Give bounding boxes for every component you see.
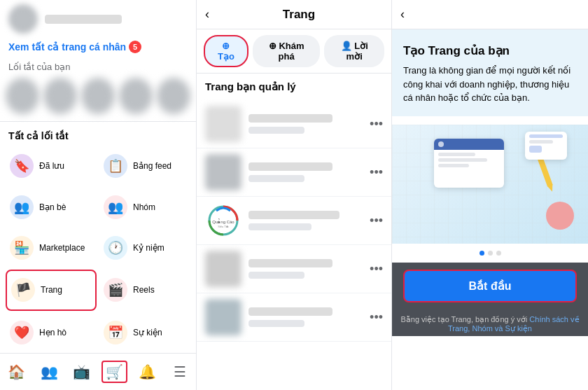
illus-small-line-1 <box>529 134 563 138</box>
tab-create[interactable]: ⊕ Tạo <box>204 35 248 67</box>
profile-row <box>0 0 196 38</box>
events-icon: 📅 <box>104 321 127 344</box>
shortcut-label-hen-ho: Hẹn hò <box>39 328 66 337</box>
nav-home[interactable]: 🏠 <box>0 356 33 387</box>
promo-desc: Trang là không gian để mọi người kết nối… <box>403 64 577 105</box>
illus-circle-pink <box>546 202 574 230</box>
nav-marketplace-bottom[interactable]: 🛒 <box>98 356 131 387</box>
shortcut-bang-feed[interactable]: 📋 Bảng feed <box>99 147 190 185</box>
illus-card-body <box>434 150 504 170</box>
page-info-4 <box>248 259 363 279</box>
nav-notifications[interactable]: 🔔 <box>131 356 164 387</box>
page-item-5[interactable]: ••• <box>197 293 391 342</box>
pages-icon: 🏴 <box>11 278 35 302</box>
dating-icon: ❤️ <box>10 321 34 344</box>
memories-icon: 🕐 <box>104 236 127 260</box>
page-desc-blur-2 <box>248 175 304 182</box>
shortcut-trang[interactable]: 🏴 Trang <box>6 270 97 310</box>
shortcut-avatar-4 <box>119 78 153 114</box>
page-item-2[interactable]: ••• <box>197 148 391 197</box>
policy-text-area: Bằng việc tạo Trang, bạn đồng ý với Chín… <box>392 309 588 336</box>
left-panel: Xem tất cả trang cá nhân 5 Lối tắt của b… <box>0 0 196 390</box>
reels-icon: 🎬 <box>104 278 127 302</box>
middle-panel-title: Trang <box>215 8 383 22</box>
shortcut-label-bang-feed: Bảng feed <box>133 161 172 171</box>
promo-illustration <box>392 125 588 244</box>
tab-explore-label: ⊕ Khám phá <box>261 41 312 62</box>
promo-section: Tạo Trang của bạn Trang là không gian để… <box>392 29 588 116</box>
friends-icon: 👥 <box>10 195 34 219</box>
shortcut-marketplace[interactable]: 🏪 Marketplace <box>6 229 97 267</box>
middle-panel: ‹ Trang ⊕ Tạo ⊕ Khám phá 👤 Lời mời Trang… <box>196 0 392 390</box>
dot-3 <box>496 251 501 256</box>
svg-text:Quảng Cáo: Quảng Cáo <box>212 218 234 224</box>
notification-badge: 5 <box>129 41 141 53</box>
tab-invite[interactable]: 👤 Lời mời <box>324 35 384 67</box>
shortcut-da-luu[interactable]: 🔖 Đã lưu <box>6 147 97 185</box>
groups-icon: 👥 <box>104 195 127 219</box>
page-info-5 <box>248 307 363 327</box>
illus-small-card <box>525 132 567 160</box>
shortcut-nhom[interactable]: 👥 Nhóm <box>99 188 190 225</box>
illus-line-1 <box>438 153 475 156</box>
back-button-middle[interactable]: ‹ <box>205 7 209 22</box>
tab-invite-label: 👤 Lời mời <box>332 41 376 62</box>
shortcut-hen-ho[interactable]: ❤️ Hẹn hò <box>6 314 97 351</box>
back-button-right[interactable]: ‹ <box>400 7 405 22</box>
shortcut-label-reels: Reels <box>133 285 155 295</box>
marketplace-icon: 🏪 <box>10 236 34 260</box>
tab-create-label: ⊕ Tạo <box>214 41 239 62</box>
right-header: ‹ <box>392 0 588 29</box>
nav-friends[interactable]: 👥 <box>33 356 66 387</box>
logo-page-name <box>248 211 340 219</box>
page-desc-blur-1 <box>248 127 304 134</box>
shortcut-reels[interactable]: 🎬 Reels <box>99 270 190 310</box>
illus-line-3 <box>438 164 469 167</box>
shortcut-su-kien[interactable]: 📅 Sự kiện <box>99 314 190 351</box>
logo-page-desc <box>248 223 312 230</box>
promo-title: Tạo Trang của bạn <box>403 43 577 58</box>
shortcut-avatar-1 <box>6 78 39 114</box>
shortcut-label-da-luu: Đã lưu <box>39 161 64 171</box>
managed-pages-title: Trang bạn quản lý <box>197 74 391 97</box>
nav-menu[interactable]: ☰ <box>163 356 196 387</box>
shortcut-ban-be[interactable]: 👥 Bạn bè <box>6 188 97 225</box>
divider <box>0 121 196 122</box>
nav-watch[interactable]: 📺 <box>65 356 98 387</box>
bottom-nav: 🏠 👥 📺 🛒 🔔 ☰ <box>0 353 196 390</box>
page-thumb-5 <box>205 299 241 335</box>
page-name-blur-4 <box>248 259 332 267</box>
page-desc-blur-4 <box>248 272 304 279</box>
see-all-label: Xem tất cả trang cá nhân <box>8 41 126 53</box>
shortcut-ky-niem[interactable]: 🕐 Kỷ niệm <box>99 229 190 267</box>
page-more-icon-4[interactable]: ••• <box>370 262 383 277</box>
page-info-2 <box>248 162 363 182</box>
tabs-row: ⊕ Tạo ⊕ Khám phá 👤 Lời mời <box>197 29 391 74</box>
page-list: ••• ••• Quảng Cáo <box>197 97 391 390</box>
dots-indicator <box>392 244 588 263</box>
illus-card-header <box>434 139 504 150</box>
page-desc-blur-5 <box>248 320 304 327</box>
page-more-icon-5[interactable]: ••• <box>370 310 383 325</box>
start-button[interactable]: Bắt đầu <box>403 270 577 302</box>
policy-prefix: Bằng việc tạo Trang, bạn đồng ý với <box>400 315 527 323</box>
page-more-icon-logo[interactable]: ••• <box>370 214 383 228</box>
shortcut-label-nhom: Nhóm <box>133 202 155 212</box>
page-item-logo[interactable]: Quảng Cáo Siêu Tốc ••• <box>197 197 391 245</box>
shortcut-avatar-5 <box>157 78 190 114</box>
middle-header: ‹ Trang <box>197 0 391 29</box>
shortcuts-section-title: Lối tắt của bạn <box>0 59 196 76</box>
page-name-blur-5 <box>248 307 332 316</box>
page-name-blur-2 <box>248 162 332 171</box>
illus-small-line-2 <box>529 140 553 144</box>
page-item-1[interactable]: ••• <box>197 100 391 148</box>
page-item-4[interactable]: ••• <box>197 245 391 293</box>
see-all-link[interactable]: Xem tất cả trang cá nhân 5 <box>0 38 196 59</box>
page-more-icon-1[interactable]: ••• <box>370 117 383 132</box>
page-more-icon-2[interactable]: ••• <box>370 165 383 180</box>
page-name-blur-1 <box>248 114 332 123</box>
tab-explore[interactable]: ⊕ Khám phá <box>253 35 320 67</box>
nav-marketplace-box: 🛒 <box>102 361 127 383</box>
shortcut-avatars-row <box>0 76 196 116</box>
page-thumb-2 <box>205 154 241 190</box>
